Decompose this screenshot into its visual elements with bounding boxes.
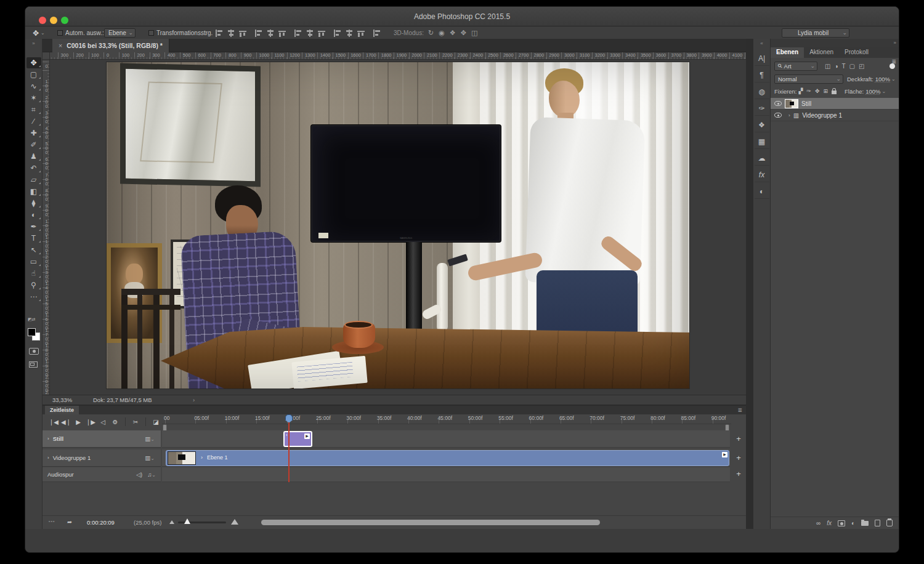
screen-mode-button[interactable] — [29, 361, 38, 368]
current-tool-indicator[interactable]: ✥ ⌄ — [33, 26, 45, 39]
checkbox-icon[interactable] — [57, 30, 63, 36]
delete-layer-trash-icon[interactable] — [886, 520, 893, 526]
distribute-top-icon[interactable] — [294, 30, 302, 37]
title-bar[interactable]: Adobe Photoshop CC 2015.5 — [25, 7, 899, 26]
timeline-menu-icon[interactable]: ≣ — [737, 407, 742, 413]
zoom-in-timeline-icon[interactable] — [231, 519, 238, 525]
eraser-tool[interactable]: ▱ — [26, 174, 41, 185]
collapse-toolbar-chevron[interactable]: » — [25, 39, 42, 49]
mute-audio-button[interactable]: ◁ — [97, 419, 109, 425]
timeline-zoom-slider-thumb[interactable] — [184, 518, 190, 524]
timeline-settings-gear-icon[interactable]: ⚙ — [109, 419, 121, 425]
layer-filter-type-dropdown[interactable]: ⚲ Art ⌄ — [774, 62, 817, 71]
filter-shape-layers-icon[interactable]: ▢ — [849, 63, 855, 70]
roll-3d-icon[interactable]: ◉ — [439, 29, 445, 37]
track-lane-still[interactable]: › ▶ — [162, 430, 730, 448]
document-tab[interactable]: × C0016 bei 33,3% (Still, RGB/8) * — [52, 39, 169, 52]
clip-video[interactable]: › Ebene 1 ▶ — [166, 450, 729, 466]
lock-all-icon[interactable] — [832, 91, 837, 94]
chevron-down-icon[interactable]: ⌄ — [891, 76, 896, 82]
track-header-audio[interactable]: Audiospur ◁) ♫⌄ — [43, 467, 161, 482]
expand-chevron-icon[interactable]: › — [47, 455, 49, 461]
brush-tool[interactable]: ✐ — [26, 139, 41, 150]
libraries-panel-icon[interactable]: ☁ — [755, 151, 769, 166]
canvas-photo[interactable]: SAMSUNG — [107, 62, 689, 389]
distribute-bottom-icon[interactable] — [318, 30, 326, 37]
expand-panels-chevron[interactable]: » — [894, 40, 896, 46]
sphere-3d-panel-icon[interactable]: ◍ — [755, 84, 769, 99]
scale-3d-icon[interactable]: ◫ — [471, 29, 477, 37]
expand-chevron-icon[interactable]: › — [788, 113, 790, 118]
clip-play-badge-icon[interactable]: ▶ — [304, 433, 310, 439]
lock-artboard-icon[interactable]: ⊞ — [823, 88, 828, 94]
distribute-vcenter-icon[interactable] — [306, 30, 314, 37]
music-note-icon[interactable]: ♫⌄ — [147, 471, 156, 478]
layer-thumbnail[interactable] — [785, 99, 798, 108]
lock-position-icon[interactable]: ✥ — [815, 88, 820, 94]
layer-visibility-eye-icon[interactable] — [774, 113, 782, 118]
paths-panel-icon[interactable]: ✑ — [755, 101, 769, 116]
healing-brush-tool[interactable]: ✚ — [26, 127, 41, 139]
adjustments-panel-icon[interactable]: ◐ — [755, 184, 769, 199]
go-first-frame-button[interactable]: ❘◀ — [47, 419, 60, 425]
type-tool[interactable]: T — [26, 233, 41, 244]
tab-protokoll[interactable]: Protokoll — [839, 47, 874, 58]
filter-pixel-layers-icon[interactable]: ◫ — [825, 63, 830, 70]
layer-name[interactable]: Still — [801, 100, 811, 107]
zoom-out-timeline-icon[interactable] — [169, 520, 174, 524]
render-export-icon[interactable]: ➦ — [67, 518, 72, 525]
chevron-down-icon[interactable]: ⌄ — [881, 89, 886, 94]
timeline-ruler[interactable]: 0005:00f10:00f15:00f20:00f25:00f30:00f35… — [162, 414, 731, 424]
align-bottom-icon[interactable] — [239, 30, 247, 37]
fill-value[interactable]: 100% — [865, 88, 880, 95]
distribute-left-icon[interactable] — [334, 30, 342, 37]
hand-tool[interactable]: ☝ — [26, 268, 41, 279]
slide-3d-icon[interactable]: ✥ — [461, 29, 466, 37]
track-lane-videogruppe[interactable]: › Ebene 1 ▶ — [162, 449, 730, 467]
layer-visibility-eye-icon[interactable] — [774, 101, 782, 106]
zoom-tool[interactable]: ⚲ — [26, 280, 41, 291]
clip-play-badge-icon[interactable]: ▶ — [722, 452, 727, 457]
color-swatches[interactable] — [28, 328, 40, 340]
tab-aktionen[interactable]: Aktionen — [804, 47, 839, 58]
history-brush-tool[interactable]: ↶ — [26, 163, 41, 174]
layer-name[interactable]: Videogruppe 1 — [802, 112, 842, 119]
grid-panel-icon[interactable]: ▦ — [755, 134, 769, 149]
timeline-horizontal-scrollbar[interactable] — [261, 520, 600, 525]
new-adjustment-layer-icon[interactable]: ◐ — [851, 520, 855, 526]
zoom-level[interactable]: 33,33% — [52, 397, 72, 403]
shape-tool[interactable]: ▭ — [26, 256, 41, 267]
workspace-switcher[interactable]: Lydia mobil⌄ — [782, 26, 849, 39]
new-layer-icon[interactable] — [875, 520, 880, 526]
add-video-track-button[interactable]: + — [731, 453, 746, 463]
link-layers-icon[interactable]: ∞ — [816, 520, 821, 526]
align-left-icon[interactable] — [255, 30, 263, 37]
transition-button[interactable]: ◪ — [150, 419, 162, 425]
character-panel-icon[interactable]: A| — [755, 51, 769, 66]
distribute-spacing-icon[interactable] — [373, 30, 381, 37]
add-still-track-button[interactable]: + — [731, 434, 746, 444]
filter-toggle[interactable] — [890, 63, 895, 69]
track-filmstrip-icon[interactable]: ▥⌄ — [145, 435, 155, 442]
align-top-icon[interactable] — [216, 30, 224, 37]
distribute-hcenter-icon[interactable] — [346, 30, 354, 37]
frame-view-icon[interactable]: ▫▫▫ — [49, 519, 55, 523]
filter-adjustment-layers-icon[interactable]: ◑ — [834, 63, 838, 70]
opacity-value[interactable]: 100% — [875, 76, 890, 83]
clone-stamp-tool[interactable]: ♟ — [26, 151, 41, 162]
add-layer-mask-icon[interactable] — [838, 520, 845, 526]
expand-chevron-icon[interactable]: › — [47, 436, 49, 441]
next-frame-button[interactable]: ❘▶ — [84, 419, 97, 425]
filter-smart-objects-icon[interactable]: ◰ — [859, 63, 864, 70]
move-tool[interactable]: ✥ — [26, 57, 41, 68]
blur-tool[interactable]: ⧫ — [26, 198, 41, 209]
styles-panel-icon[interactable]: fx — [755, 167, 769, 182]
track-lane-audio[interactable] — [162, 467, 730, 482]
close-tab-icon[interactable]: × — [59, 42, 62, 49]
lock-transparency-icon[interactable]: ▞ — [798, 88, 803, 94]
lasso-tool[interactable]: ∿ — [26, 81, 41, 92]
canvas-area[interactable]: SAMSUNG — [50, 60, 746, 395]
new-group-folder-icon[interactable] — [861, 521, 869, 526]
checkbox-icon[interactable] — [148, 30, 154, 36]
quick-selection-tool[interactable]: ✶ — [26, 92, 41, 103]
